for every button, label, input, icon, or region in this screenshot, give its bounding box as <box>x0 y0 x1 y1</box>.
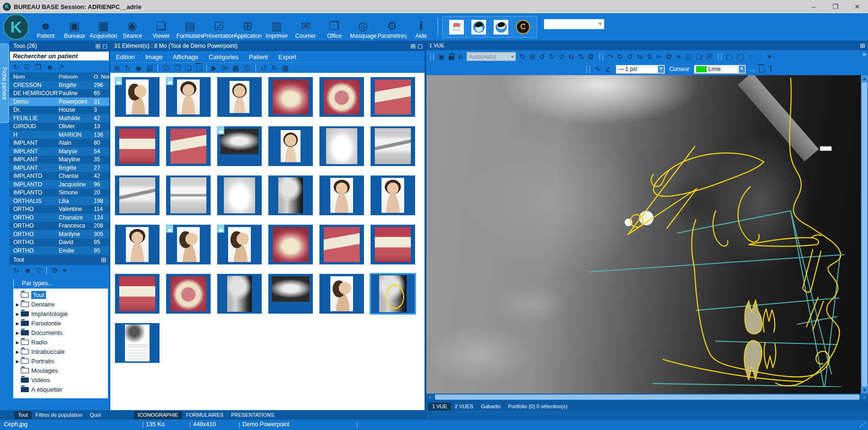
pdf-upload-icon[interactable] <box>449 20 464 35</box>
folders-icon[interactable]: ❐ <box>35 63 41 70</box>
add-patient-icon[interactable]: ☻ <box>46 63 53 70</box>
app-logo[interactable]: K <box>3 14 29 40</box>
thumbnail-ceph-traced[interactable] <box>371 274 415 314</box>
filter-shapes-icon[interactable]: ▽ <box>36 267 42 274</box>
menu-item-image[interactable]: Image <box>145 53 162 61</box>
details-icon[interactable]: ▤ <box>146 64 153 71</box>
thumbnail-ceph[interactable] <box>217 274 262 314</box>
no-image-icon[interactable]: ▦ <box>232 64 239 71</box>
table-row[interactable]: ORTHALISLilia198 <box>9 197 109 205</box>
menu-item-edition[interactable]: Edition <box>116 53 135 61</box>
thumbnail-cast-front[interactable] <box>166 176 211 215</box>
rotate-ccw90-icon[interactable]: ↺ <box>558 53 565 60</box>
thumbnail-buccal[interactable] <box>371 77 415 117</box>
thumbnail-portrait[interactable] <box>166 77 211 117</box>
tab-tout[interactable]: Tout <box>14 411 32 419</box>
c-badge-icon[interactable]: C <box>516 20 530 34</box>
refresh-icon[interactable]: ↻ <box>13 267 19 274</box>
toolbar-button-seance[interactable]: ◉Séance <box>118 13 147 41</box>
save-icon[interactable]: ▣ <box>438 53 445 60</box>
rotate-cw90-icon[interactable]: ↻ <box>549 53 555 60</box>
tree-item[interactable]: ▶Documents <box>14 328 108 338</box>
view-tab-2-vues[interactable]: 2 VUES <box>451 403 477 411</box>
toolbar-button-office[interactable]: ❐Office <box>320 13 349 41</box>
rotate-ccw2-icon[interactable]: ↺ <box>627 53 633 60</box>
resize-icon[interactable]: ◱ <box>685 53 692 60</box>
select-ellipse-icon[interactable]: ◯ <box>736 53 744 60</box>
preview-icon[interactable]: ◉ <box>135 64 142 71</box>
orca-wave-icon[interactable] <box>494 20 508 35</box>
window-icon[interactable]: ◻ <box>102 43 107 50</box>
thumbnail-occlusal-lower[interactable] <box>319 77 364 117</box>
table-row[interactable]: Dr.House3 <box>9 106 109 114</box>
thumbnail-buccal[interactable] <box>319 225 364 264</box>
toolbar-overflow-icon[interactable]: » <box>862 50 866 58</box>
vertical-scrollbar[interactable]: ▲ ▼ <box>861 75 868 394</box>
tree-item[interactable]: ▶Implantologie <box>14 309 108 319</box>
flip-h2-icon[interactable]: ⇆ <box>637 53 643 60</box>
select-check-icon[interactable]: ☑ <box>163 64 169 71</box>
rotate-ccw-icon[interactable]: ↺ <box>539 53 545 60</box>
validate-icon[interactable]: ☑ <box>24 63 30 70</box>
thumbnail-portrait[interactable] <box>115 225 159 264</box>
pencil-icon[interactable]: ✎ <box>595 66 601 73</box>
table-row[interactable]: IMPLANTAlain80 <box>9 139 109 148</box>
table-row[interactable]: ORTHOFrancesca208 <box>9 222 109 230</box>
tab-iconographie[interactable]: ICONOGRAPHIE <box>134 411 182 419</box>
table-row[interactable]: GIROUDOlivier13 <box>9 123 109 131</box>
tab-presentations[interactable]: PRESENTATIONS <box>227 411 278 419</box>
thumbnail-profile[interactable] <box>217 225 262 264</box>
tree-item[interactable]: Tout <box>14 290 108 300</box>
table-row[interactable]: IMPLANTOSimone20 <box>9 189 109 197</box>
select-lasso-icon[interactable]: ◌ <box>759 53 763 60</box>
scroll-right-icon[interactable]: › <box>860 395 868 400</box>
thumbnail-profile[interactable] <box>115 77 159 117</box>
thumbnail-face-small[interactable] <box>217 77 262 117</box>
refresh-icon[interactable]: ↻ <box>13 63 19 70</box>
settings-icon[interactable]: ⚙ <box>52 267 58 274</box>
rotate-cw-icon[interactable]: ↻ <box>272 64 278 71</box>
thumbnail-ceph[interactable] <box>268 176 313 215</box>
toolbar-button-formulaire[interactable]: ▤Formulaire <box>176 13 204 41</box>
chevron-down-icon[interactable]: ▾ <box>62 267 66 274</box>
expand-arrow-icon[interactable]: ▶ <box>14 340 21 345</box>
expand-arrow-icon[interactable]: ▶ <box>14 350 21 354</box>
orca-globe-icon[interactable] <box>471 20 486 35</box>
toolbar-button-application[interactable]: ⊞Application <box>233 13 262 41</box>
grid-icon[interactable]: ⊞ <box>860 42 865 49</box>
thumbnail-portrait[interactable] <box>371 176 415 215</box>
thumbnail-occlusal-upper[interactable] <box>268 77 313 117</box>
thumbnail-teeth-front[interactable] <box>371 225 415 264</box>
table-row[interactable]: IMPLANTMaryline35 <box>9 156 109 164</box>
select-rect-icon[interactable]: ▢ <box>726 53 733 60</box>
toolbar-button-patient[interactable]: ☻Patient <box>31 13 60 41</box>
table-row[interactable]: DE HEMRICOURTPauline65 <box>9 89 109 98</box>
table-row[interactable]: ORTHOValentine114 <box>9 205 109 214</box>
tree-header[interactable]: Par types... <box>9 278 109 289</box>
toolbar-button-viewer[interactable]: ❏Viewer <box>147 13 176 41</box>
thumbnail-profile[interactable] <box>319 274 364 314</box>
lock-icon[interactable] <box>449 56 454 60</box>
grid-icon[interactable]: ⊞ <box>410 43 416 50</box>
thumbnail-profile[interactable] <box>166 225 211 264</box>
table-row[interactable]: HMARION136 <box>9 131 109 139</box>
rotate-cw2-icon[interactable]: ↻ <box>617 53 623 60</box>
scroll-down-icon[interactable]: ▼ <box>862 387 867 394</box>
column-header[interactable]: Prénom <box>59 74 94 79</box>
font-icon[interactable]: A <box>458 53 463 60</box>
tree-item[interactable]: ▶Radio <box>14 338 108 347</box>
thumbnail-teeth-front[interactable] <box>115 126 159 166</box>
menu-item-export[interactable]: Export <box>278 53 296 61</box>
window-icon[interactable]: ◻ <box>417 43 423 50</box>
thumbnail-cast-occlusal[interactable] <box>217 176 262 215</box>
export-icon[interactable]: ⇗ <box>58 63 64 70</box>
copy-icon[interactable]: ❐ <box>174 64 180 71</box>
image-delete-icon[interactable]: ☒ <box>706 53 712 60</box>
minimize-button[interactable]: – <box>803 0 824 13</box>
toolbar-button-courrier[interactable]: ✉Courrier <box>291 13 320 41</box>
table-row[interactable]: CRESSONBrigitte296 <box>9 81 109 89</box>
thumbnail-cast-occlusal[interactable] <box>319 126 364 166</box>
expand-arrow-icon[interactable]: ▶ <box>14 312 21 316</box>
grid-view-icon[interactable]: ▦ <box>282 64 289 71</box>
scrollbar-thumb[interactable] <box>435 395 859 400</box>
